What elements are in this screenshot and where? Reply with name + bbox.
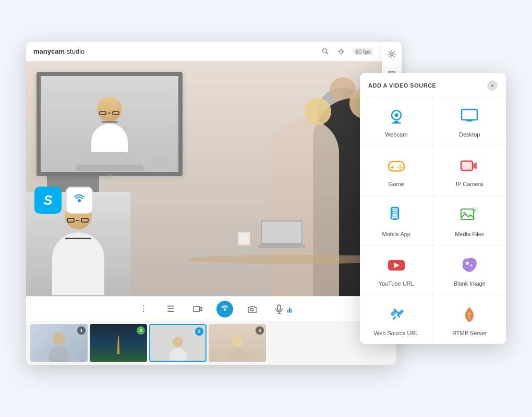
snapshot-button[interactable] xyxy=(244,301,260,317)
desktop-icon xyxy=(459,106,480,127)
thumbnail-1[interactable]: 1 xyxy=(30,324,88,362)
broadcast-active-button[interactable] xyxy=(216,301,233,317)
blank-image-icon xyxy=(459,255,480,276)
app-titlebar: manycam studio xyxy=(26,42,396,62)
rtmp-server-label: RTMP Server xyxy=(452,329,487,337)
app-window: manycam studio xyxy=(26,42,396,365)
rtmp-server-icon xyxy=(459,304,480,325)
blank-image-label: Blank Image xyxy=(454,280,486,287)
webcam-icon xyxy=(386,106,407,127)
desktop-label: Desktop xyxy=(459,131,480,138)
mic-button[interactable] xyxy=(271,301,287,317)
source-desktop[interactable]: Desktop xyxy=(433,96,506,145)
add-video-source-dialog: ADD A VIDEO SOURCE × Webcam xyxy=(360,73,506,344)
svg-rect-51 xyxy=(392,209,397,216)
settings-icon[interactable] xyxy=(385,48,398,60)
titlebar-controls: 60 fps ▐ xyxy=(321,47,389,56)
svg-rect-48 xyxy=(461,161,473,170)
game-icon xyxy=(386,155,407,176)
scene: manycam studio xyxy=(26,21,506,396)
source-webcam[interactable]: Webcam xyxy=(360,96,433,145)
ip-camera-icon xyxy=(459,155,480,176)
brightness-icon[interactable] xyxy=(337,47,345,56)
ip-camera-label: IP Camera xyxy=(456,180,483,188)
doctor-monitor-overlay xyxy=(37,72,183,176)
webcam-label: Webcam xyxy=(385,131,407,138)
svg-point-60 xyxy=(466,262,469,265)
source-mobile-app[interactable]: Mobile App xyxy=(360,196,433,245)
thumb-number-2: 2 xyxy=(137,326,145,335)
menu-dots-button[interactable]: ⋮ xyxy=(135,301,152,317)
mobile-app-label: Mobile App xyxy=(382,230,410,238)
svg-point-46 xyxy=(397,167,399,168)
svg-rect-41 xyxy=(389,162,404,171)
svg-line-1 xyxy=(327,52,329,54)
camera-button[interactable] xyxy=(189,301,206,317)
source-media-files[interactable]: Media Files xyxy=(433,196,506,245)
svg-point-14 xyxy=(391,53,393,56)
logo-suffix: cam xyxy=(51,47,65,55)
thumb-number-3: 3 xyxy=(195,327,203,336)
svg-point-9 xyxy=(224,309,226,311)
thumb-number-4: 4 xyxy=(256,326,264,335)
bottom-toolbar: ⋮ ☰ xyxy=(26,296,396,321)
dialog-header: ADD A VIDEO SOURCE × xyxy=(360,73,506,96)
source-game[interactable]: Game xyxy=(360,146,433,195)
source-web-source-url[interactable]: Web Source URL xyxy=(360,295,433,344)
game-label: Game xyxy=(389,180,404,188)
svg-point-63 xyxy=(468,316,470,318)
media-files-icon xyxy=(459,205,480,226)
thumbnail-4[interactable]: 4 xyxy=(209,324,266,362)
svg-point-45 xyxy=(401,167,402,168)
svg-point-47 xyxy=(399,168,401,170)
fps-badge: 60 fps xyxy=(353,48,373,55)
thumbnail-2[interactable]: 2 xyxy=(90,324,147,362)
svg-point-44 xyxy=(399,165,401,167)
app-logo: manycam studio xyxy=(33,47,84,55)
video-source-grid: Webcam Desktop xyxy=(360,96,506,344)
svg-point-7 xyxy=(78,199,81,202)
svg-point-61 xyxy=(470,264,473,266)
source-youtube-url[interactable]: YouTube URL xyxy=(360,246,433,295)
logo-bold: many xyxy=(33,47,51,55)
list-button[interactable]: ☰ xyxy=(162,301,179,317)
broadcast-icon[interactable] xyxy=(66,187,93,214)
svg-rect-11 xyxy=(277,305,281,310)
mobile-app-icon xyxy=(386,205,407,226)
youtube-icon xyxy=(386,255,407,276)
svg-rect-8 xyxy=(194,306,200,312)
thumbnails-strip: 1 2 3 4 xyxy=(26,321,396,365)
svg-point-10 xyxy=(251,308,253,311)
web-source-url-icon xyxy=(386,304,407,325)
skype-icon[interactable]: S xyxy=(34,187,62,214)
dialog-close-button[interactable]: × xyxy=(487,80,498,91)
source-rtmp-server[interactable]: RTMP Server xyxy=(433,295,506,344)
source-ip-camera[interactable]: IP Camera xyxy=(433,146,506,195)
app-overlay-icons: S xyxy=(34,187,93,214)
youtube-url-label: YouTube URL xyxy=(379,280,414,287)
video-area: S xyxy=(26,62,396,296)
dialog-title: ADD A VIDEO SOURCE xyxy=(368,82,436,89)
svg-rect-38 xyxy=(462,109,477,120)
web-source-url-label: Web Source URL xyxy=(374,329,418,337)
search-icon[interactable] xyxy=(321,47,330,56)
svg-point-35 xyxy=(395,114,398,117)
thumb-number-1: 1 xyxy=(77,326,86,335)
source-blank-image[interactable]: Blank Image xyxy=(433,246,506,295)
thumbnail-3[interactable]: 3 xyxy=(149,324,207,362)
media-files-label: Media Files xyxy=(455,230,484,238)
svg-point-2 xyxy=(340,50,343,53)
